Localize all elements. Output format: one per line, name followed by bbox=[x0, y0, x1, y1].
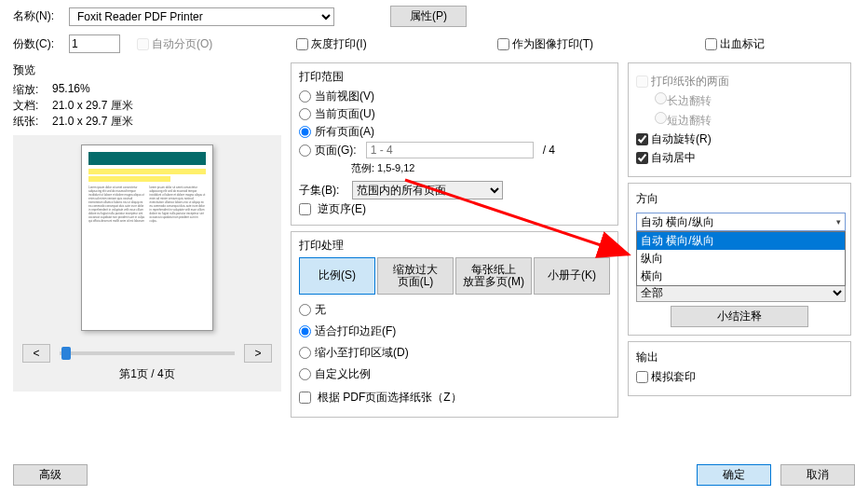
scale-fit[interactable]: 适合打印边距(F) bbox=[299, 323, 610, 339]
page-thumbnail: Lorem ipsum dolor sit amet consectetur a… bbox=[81, 144, 213, 331]
doc-value: 21.0 x 29.7 厘米 bbox=[52, 98, 183, 114]
pdf-paper-checkbox[interactable]: 根据 PDF页面选择纸张（Z） bbox=[299, 390, 610, 406]
paper-value: 21.0 x 29.7 厘米 bbox=[52, 114, 183, 130]
proc-title: 打印处理 bbox=[299, 238, 610, 254]
orientation-select[interactable]: 自动 横向/纵向▾ bbox=[636, 213, 846, 231]
flip-long-radio: 长边翻转 bbox=[655, 92, 843, 109]
orientation-option-auto[interactable]: 自动 横向/纵向 bbox=[637, 232, 845, 250]
copies-label: 份数(C): bbox=[13, 36, 69, 52]
print-what-select[interactable]: 全部 bbox=[636, 283, 846, 302]
flip-short-radio: 短边翻转 bbox=[655, 112, 843, 129]
total-pages: / 4 bbox=[543, 144, 555, 157]
range-current-view[interactable]: 当前视图(V) bbox=[299, 89, 610, 104]
copies-input[interactable] bbox=[69, 34, 120, 53]
asimage-checkbox[interactable]: 作为图像打印(T) bbox=[497, 36, 593, 52]
range-pages[interactable]: 页面(G): / 4 bbox=[299, 142, 610, 158]
properties-button[interactable]: 属性(P) bbox=[390, 6, 467, 27]
simulate-overprint-checkbox[interactable]: 模拟套印 bbox=[636, 369, 843, 385]
scale-none[interactable]: 无 bbox=[299, 302, 610, 318]
cancel-button[interactable]: 取消 bbox=[780, 464, 855, 486]
name-label: 名称(N): bbox=[13, 8, 69, 24]
page-info: 第1页 / 4页 bbox=[119, 366, 174, 382]
doc-label: 文档: bbox=[13, 98, 52, 114]
scale-custom[interactable]: 自定义比例 bbox=[299, 366, 610, 382]
advanced-button[interactable]: 高级 bbox=[13, 464, 88, 486]
printer-select[interactable]: Foxit Reader PDF Printer bbox=[69, 7, 334, 26]
tab-scale[interactable]: 比例(S) bbox=[299, 257, 375, 295]
orientation-option-portrait[interactable]: 纵向 bbox=[637, 250, 845, 268]
scale-shrink[interactable]: 缩小至打印区域(D) bbox=[299, 345, 610, 361]
duplex-checkbox: 打印纸张的两面 bbox=[636, 74, 843, 89]
tab-shrink[interactable]: 缩放过大页面(L) bbox=[377, 257, 454, 295]
pages-input[interactable] bbox=[366, 142, 534, 158]
zoom-label: 缩放: bbox=[13, 82, 52, 98]
orientation-title: 方向 bbox=[636, 191, 843, 207]
subset-label: 子集(B): bbox=[299, 183, 339, 199]
paper-label: 纸张: bbox=[13, 114, 52, 130]
autocenter-checkbox[interactable]: 自动居中 bbox=[636, 150, 843, 166]
prev-page-button[interactable]: < bbox=[22, 344, 50, 363]
tab-multiple[interactable]: 每张纸上放置多页(M) bbox=[455, 257, 532, 295]
orientation-option-landscape[interactable]: 横向 bbox=[637, 268, 845, 285]
bleed-checkbox[interactable]: 出血标记 bbox=[705, 36, 765, 52]
chevron-down-icon: ▾ bbox=[836, 217, 841, 227]
summarize-annotations-button[interactable]: 小结注释 bbox=[671, 306, 808, 327]
range-title: 打印范围 bbox=[299, 69, 610, 85]
output-title: 输出 bbox=[636, 350, 843, 365]
tab-booklet[interactable]: 小册子(K) bbox=[534, 257, 610, 295]
autorotate-checkbox[interactable]: 自动旋转(R) bbox=[636, 131, 843, 147]
pages-example: 范例: 1,5-9,12 bbox=[351, 161, 610, 175]
page-slider[interactable] bbox=[60, 351, 235, 355]
range-current-page[interactable]: 当前页面(U) bbox=[299, 106, 610, 122]
orientation-dropdown-list[interactable]: 自动 横向/纵向 纵向 横向 bbox=[636, 231, 846, 286]
preview-title: 预览 bbox=[13, 62, 281, 78]
subset-select[interactable]: 范围内的所有页面 bbox=[352, 181, 503, 199]
reverse-checkbox[interactable]: 逆页序(E) bbox=[299, 201, 610, 217]
ok-button[interactable]: 确定 bbox=[697, 464, 771, 486]
zoom-value: 95.16% bbox=[52, 82, 183, 98]
grayscale-checkbox[interactable]: 灰度打印(I) bbox=[296, 36, 366, 52]
range-all-pages[interactable]: 所有页面(A) bbox=[299, 124, 610, 140]
next-page-button[interactable]: > bbox=[244, 344, 272, 363]
collate-checkbox: 自动分页(O) bbox=[137, 36, 212, 52]
